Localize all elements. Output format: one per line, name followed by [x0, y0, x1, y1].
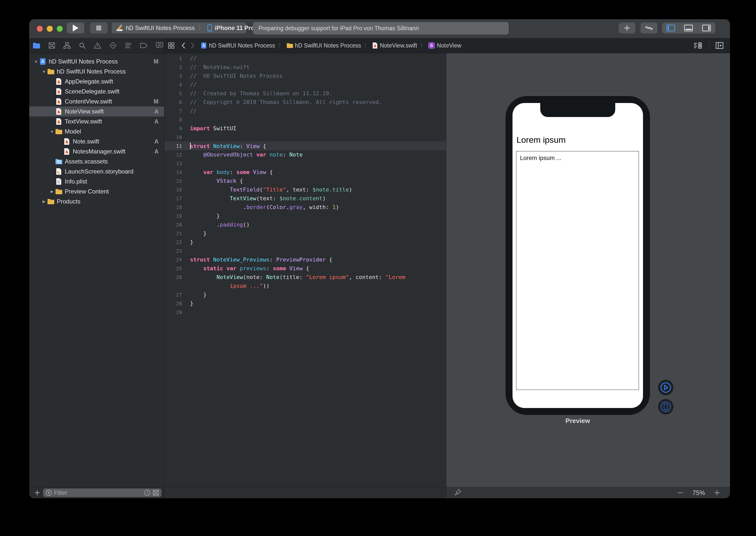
code-line[interactable]: 6// Copyright © 2019 Thomas Sillmann. Al… [164, 98, 446, 107]
file-tree-row[interactable]: ▼hD SwiftUI Notes Process [29, 66, 164, 77]
code-line[interactable]: 9import SwiftUI [164, 124, 446, 133]
breadcrumb-item[interactable]: SNoteView [428, 42, 461, 49]
code-line[interactable]: 26 NoteView(note: Note(title: "Lorem ips… [164, 273, 446, 282]
code-line[interactable]: 24struct NoteView_Previews: PreviewProvi… [164, 255, 446, 264]
disclosure-triangle-icon[interactable]: ▼ [49, 129, 55, 134]
preview-text-view[interactable]: Lorem ipsum ... [516, 151, 639, 390]
code-line[interactable]: 17 TextView(text: $note.content) [164, 194, 446, 203]
report-navigator-tab-icon[interactable] [156, 42, 163, 49]
preview-title-field[interactable]: Lorem ipsum [516, 135, 566, 145]
code-line[interactable]: 21 } [164, 229, 446, 238]
file-tree-row[interactable]: ▼hD SwiftUI Notes ProcessM [29, 56, 164, 66]
toolbar: hD SwiftUI Notes Process 〉 iPhone 11 Pro… [29, 19, 730, 38]
source-editor[interactable]: 1//2// NoteView.swift3// hD SwiftUI Note… [164, 53, 446, 487]
line-number: 5 [164, 90, 190, 96]
toggle-navigator-button[interactable] [662, 22, 680, 34]
breadcrumb-item[interactable]: NoteView.swift [372, 42, 417, 49]
code-line[interactable]: 7// [164, 107, 446, 115]
filter-input[interactable]: Filter [43, 488, 161, 497]
code-line[interactable]: 15 VStack { [164, 177, 446, 185]
disclosure-triangle-icon[interactable]: ▼ [33, 59, 39, 64]
code-line[interactable]: 29 [164, 308, 446, 317]
file-tree-row[interactable]: ▶Products [29, 196, 164, 207]
test-navigator-tab-icon[interactable] [109, 42, 117, 49]
recent-files-clock-icon[interactable] [144, 489, 150, 496]
code-line[interactable]: 13 [164, 159, 446, 168]
code-review-button[interactable] [641, 22, 658, 34]
code-line[interactable]: 23 [164, 247, 446, 255]
line-number: 22 [164, 239, 190, 245]
editor-options-icon[interactable] [694, 42, 702, 49]
live-preview-button[interactable] [658, 380, 674, 395]
code-line[interactable]: 5// Created by Thomas Sillmann on 11.12.… [164, 89, 446, 98]
file-tree-row[interactable]: Info.plist [29, 177, 164, 186]
library-add-button[interactable] [619, 22, 635, 34]
file-tree-row[interactable]: Assets.xcassets [29, 156, 164, 166]
breakpoint-navigator-tab-icon[interactable] [140, 43, 148, 49]
file-tree-row[interactable]: TextView.swiftA [29, 117, 164, 126]
source-control-badge: A [154, 138, 158, 145]
forward-chevron-icon[interactable] [190, 42, 194, 49]
file-tree-row[interactable]: NotesManager.swiftA [29, 147, 164, 156]
file-tree-row[interactable]: ContentView.swiftM [29, 96, 164, 107]
code-line[interactable]: 28} [164, 299, 446, 308]
code-line[interactable]: 8 [164, 115, 446, 124]
disclosure-triangle-icon[interactable]: ▶ [41, 199, 47, 204]
file-tree-row[interactable]: NoteView.swiftA [29, 107, 164, 117]
code-text: } [190, 230, 207, 237]
code-line[interactable]: 22} [164, 238, 446, 247]
source-control-navigator-tab-icon[interactable] [48, 42, 55, 49]
add-file-button[interactable] [33, 488, 42, 497]
code-line[interactable]: 19 } [164, 212, 446, 220]
find-navigator-tab-icon[interactable] [79, 42, 86, 49]
preview-on-device-button[interactable] [658, 399, 674, 415]
zoom-in-button[interactable] [714, 490, 720, 496]
file-tree-row[interactable]: SceneDelegate.swift [29, 86, 164, 96]
code-line[interactable]: 14 var body: some View { [164, 168, 446, 177]
breadcrumb-item[interactable]: hD SwiftUI Notes Process [201, 42, 275, 49]
code-line[interactable]: 16 TextField("Title", text: $note.title) [164, 185, 446, 194]
project-navigator-tab-icon[interactable] [33, 42, 40, 49]
scheme-selector[interactable]: hD SwiftUI Notes Process 〉 iPhone 11 Pro [112, 22, 247, 34]
code-text: ipsum ...")) [190, 283, 270, 289]
file-tree-row[interactable]: LaunchScreen.storyboard [29, 166, 164, 177]
code-line[interactable]: 2// NoteView.swift [164, 63, 446, 72]
code-line[interactable]: ipsum ...")) [164, 282, 446, 290]
debug-navigator-tab-icon[interactable] [125, 43, 132, 49]
disclosure-triangle-icon[interactable]: ▼ [41, 70, 47, 74]
source-control-status-icon[interactable] [152, 489, 159, 496]
code-line[interactable]: 27 } [164, 290, 446, 299]
code-line[interactable]: 4// [164, 80, 446, 89]
issue-navigator-tab-icon[interactable] [94, 42, 101, 49]
code-line[interactable]: 1// [164, 54, 446, 63]
zoom-out-button[interactable] [677, 490, 683, 496]
minimize-window-button[interactable] [47, 26, 53, 32]
toggle-inspector-button[interactable] [698, 22, 715, 34]
code-line[interactable]: 12 @ObservedObject var note: Note [164, 150, 446, 159]
zoom-window-button[interactable] [57, 26, 63, 32]
symbol-navigator-tab-icon[interactable] [63, 42, 71, 49]
add-editor-icon[interactable] [715, 42, 724, 49]
pin-preview-icon[interactable] [454, 489, 462, 497]
code-line[interactable]: 20 .padding() [164, 220, 446, 229]
close-window-button[interactable] [37, 26, 43, 32]
code-line[interactable]: 11struct NoteView: View { [164, 142, 446, 150]
file-name: LaunchScreen.storyboard [65, 168, 134, 175]
file-tree-row[interactable]: ▼Model [29, 126, 164, 137]
navigator-divider[interactable] [164, 38, 164, 498]
disclosure-triangle-icon[interactable]: ▶ [49, 189, 55, 194]
stop-button[interactable] [90, 22, 108, 34]
toggle-debug-area-button[interactable] [680, 22, 698, 34]
code-line[interactable]: 3// hD SwiftUI Notes Process [164, 72, 446, 80]
back-chevron-icon[interactable] [181, 42, 185, 49]
code-line[interactable]: 18 .border(Color.gray, width: 1) [164, 203, 446, 212]
code-line[interactable]: 10 [164, 133, 446, 142]
code-line[interactable]: 25 static var previews: some View { [164, 264, 446, 273]
line-number: 23 [164, 248, 190, 254]
file-tree-row[interactable]: ▶Preview Content [29, 186, 164, 196]
file-tree-row[interactable]: AppDelegate.swift [29, 77, 164, 86]
related-items-icon[interactable] [168, 42, 175, 49]
breadcrumb-item[interactable]: hD SwiftUI Notes Process [286, 42, 361, 49]
file-tree-row[interactable]: Note.swiftA [29, 137, 164, 147]
run-button[interactable] [67, 22, 84, 34]
